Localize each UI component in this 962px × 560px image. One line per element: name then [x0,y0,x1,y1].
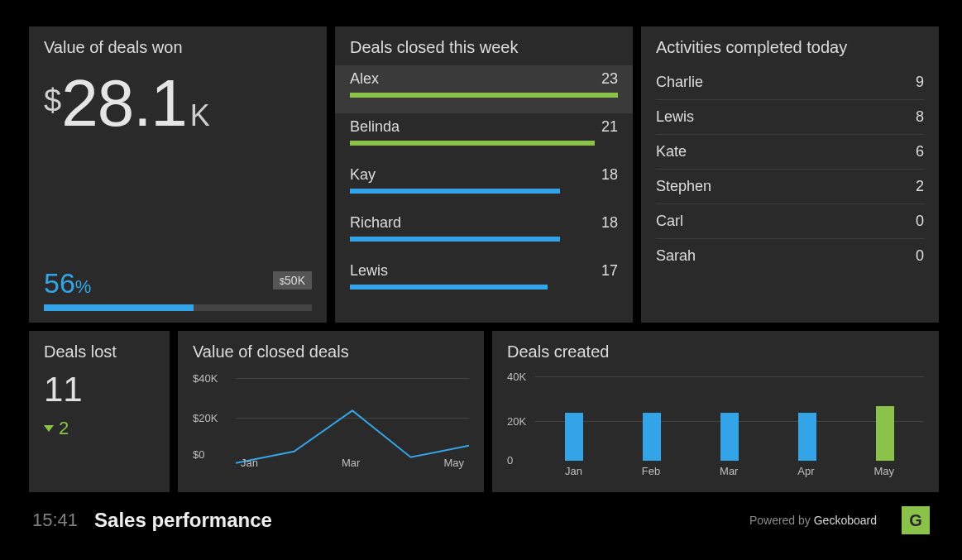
bar [643,413,661,461]
activity-name: Charlie [656,74,703,91]
lb-value: 17 [601,262,618,280]
progress-fill [44,304,194,311]
lb-track [350,141,618,146]
footer-credit: Powered by Geckoboard [749,514,877,527]
lb-name: Belinda [350,118,400,136]
lb-value: 18 [601,166,618,184]
lb-track [350,285,618,290]
x-axis: JanFebMarAprMay [535,465,924,477]
footer-title: Sales performance [94,509,272,532]
kpi-footer: 56% $50K [44,267,312,311]
x-tick: May [443,457,464,469]
kpi-target-badge: $50K [273,271,312,290]
activity-row: Stephen2 [656,170,924,204]
x-tick: Mar [720,465,738,477]
credit-brand: Geckoboard [814,514,877,527]
y-tick: 0 [507,454,513,467]
percent-sign: % [75,276,92,297]
x-tick: Jan [565,465,582,477]
leaderboard-row: Kay18 [350,161,618,209]
lb-fill [350,141,595,146]
deals-lost-value: 11 [44,370,155,409]
leaderboard-row: Belinda21 [350,113,618,161]
x-tick: Apr [797,465,814,477]
lb-fill [350,237,560,242]
leaderboard: Alex23Belinda21Kay18Richard18Lewis17 [350,65,618,305]
activity-row: Charlie9 [656,65,924,100]
progress-track [44,304,312,311]
line-chart-svg [236,370,469,492]
down-triangle-icon [44,425,54,432]
deals-lost-delta: 2 [44,418,155,439]
currency-symbol: $ [44,83,61,117]
activity-value: 6 [916,143,924,160]
panel-title: Deals lost [44,342,155,361]
kpi-percent-value: 56 [44,267,75,299]
bar [565,413,583,461]
kpi-value: $28.1K [44,65,312,141]
activity-name: Sarah [656,247,696,265]
lb-track [350,93,618,98]
lb-value: 23 [601,70,618,88]
lb-name: Kay [350,166,376,184]
activity-name: Lewis [656,108,694,126]
lb-value: 21 [601,118,618,136]
x-axis: Jan Mar May [236,457,469,469]
x-tick: May [873,465,894,477]
lb-fill [350,189,560,194]
line-chart: $40K $20K $0 Jan Mar May [193,370,469,469]
leaderboard-row: Alex23 [335,65,633,113]
activity-name: Kate [656,143,687,160]
panel-activities-today: Activities completed today Charlie9Lewis… [641,26,939,323]
activity-row: Kate6 [656,135,924,170]
panel-title: Value of closed deals [193,342,469,361]
panel-title: Activities completed today [656,38,924,57]
panel-deals-lost: Deals lost 11 2 [29,331,170,492]
x-tick: Jan [241,457,258,469]
panel-title: Deals created [507,342,924,361]
footer-time: 15:41 [32,510,78,531]
target-unit: K [298,274,305,287]
kpi-number: 28.1 [61,66,187,140]
activity-value: 0 [916,213,924,230]
leaderboard-row: Richard18 [350,209,618,257]
lb-fill [350,93,618,98]
activity-row: Sarah0 [656,239,924,273]
panel-deals-closed-week: Deals closed this week Alex23Belinda21Ka… [335,26,633,323]
lb-name: Richard [350,214,401,232]
activity-value: 9 [916,74,924,91]
x-tick: Feb [642,465,660,477]
bar-chart: 40K 20K 0 JanFebMarAprMay [507,370,924,477]
bar [876,406,894,461]
activity-table: Charlie9Lewis8Kate6Stephen2Carl0Sarah0 [656,65,924,273]
dashboard-row-2: Deals lost 11 2 Value of closed deals $4… [29,331,939,492]
line-series [236,410,469,462]
target-value: 50 [285,274,298,287]
lb-track [350,189,618,194]
panel-deals-created: Deals created 40K 20K 0 JanFebMarAprMay [492,331,939,492]
geckoboard-logo-icon: G [902,506,930,534]
bar-plot-area [535,370,924,461]
activity-name: Stephen [656,178,711,195]
y-tick: $40K [193,371,218,384]
bar [720,413,739,461]
x-tick: Mar [342,457,360,469]
dashboard-footer: 15:41 Sales performance Powered by Gecko… [29,500,933,540]
bar [798,413,816,461]
activity-row: Carl0 [656,204,924,239]
y-tick: 40K [507,370,526,382]
leaderboard-row: Lewis17 [350,257,618,305]
activity-row: Lewis8 [656,100,924,135]
y-tick: $20K [193,411,218,424]
lb-fill [350,285,548,290]
panel-title: Deals closed this week [350,38,618,57]
y-tick: $0 [193,448,204,461]
delta-value: 2 [59,418,69,439]
panel-title: Value of deals won [44,38,312,57]
panel-value-closed-deals: Value of closed deals $40K $20K $0 Jan M… [178,331,484,492]
lb-name: Lewis [350,262,388,280]
lb-value: 18 [601,214,618,232]
panel-value-deals-won: Value of deals won $28.1K 56% $50K [29,26,327,323]
activity-value: 2 [916,178,924,195]
activity-value: 8 [916,108,924,126]
